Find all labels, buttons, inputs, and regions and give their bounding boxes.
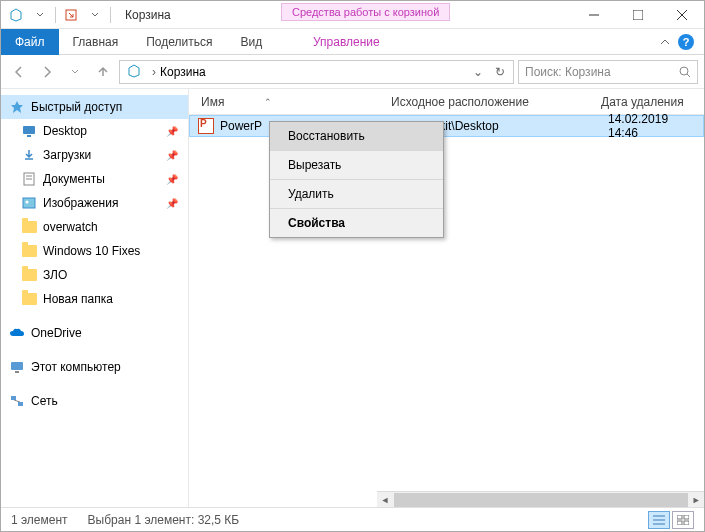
- star-icon: [9, 99, 25, 115]
- pin-icon: 📌: [166, 174, 178, 185]
- sidebar-item-documents[interactable]: Документы 📌: [1, 167, 188, 191]
- sidebar-item-label: Документы: [43, 172, 105, 186]
- separator: [110, 7, 111, 23]
- sidebar-item-desktop[interactable]: Desktop 📌: [1, 119, 188, 143]
- svg-rect-17: [18, 402, 23, 406]
- tab-home[interactable]: Главная: [59, 29, 133, 55]
- forward-button[interactable]: [35, 60, 59, 84]
- svg-rect-8: [27, 135, 31, 137]
- column-location[interactable]: Исходное расположение: [391, 95, 601, 109]
- column-name[interactable]: Имя ⌃: [201, 95, 391, 109]
- svg-rect-25: [684, 521, 689, 525]
- quick-access-toolbar: [1, 4, 117, 26]
- recycle-bin-icon: [126, 63, 144, 81]
- sidebar-item-label: Загрузки: [43, 148, 91, 162]
- menu-delete[interactable]: Удалить: [270, 180, 443, 209]
- recent-dropdown-icon[interactable]: [63, 60, 87, 84]
- sidebar-item-folder[interactable]: Windows 10 Fixes: [1, 239, 188, 263]
- sidebar-item-label: OneDrive: [31, 326, 82, 340]
- svg-line-18: [14, 400, 20, 402]
- sidebar-item-downloads[interactable]: Загрузки 📌: [1, 143, 188, 167]
- sidebar-this-pc[interactable]: Этот компьютер: [1, 355, 188, 379]
- sidebar-item-label: Windows 10 Fixes: [43, 244, 140, 258]
- pin-icon: 📌: [166, 126, 178, 137]
- address-bar[interactable]: › Корзина ⌄ ↻: [119, 60, 514, 84]
- pin-icon: 📌: [166, 198, 178, 209]
- sort-indicator-icon: ⌃: [264, 97, 272, 107]
- sidebar-item-label: Быстрый доступ: [31, 100, 122, 114]
- sidebar-item-folder[interactable]: overwatch: [1, 215, 188, 239]
- sidebar-item-folder[interactable]: Новая папка: [1, 287, 188, 311]
- window-controls: [572, 1, 704, 29]
- sidebar-onedrive[interactable]: OneDrive: [1, 321, 188, 345]
- minimize-button[interactable]: [572, 1, 616, 29]
- column-date[interactable]: Дата удаления: [601, 95, 704, 109]
- horizontal-scrollbar[interactable]: ◄ ►: [377, 491, 704, 507]
- status-item-count: 1 элемент: [11, 513, 68, 527]
- folder-icon: [21, 267, 37, 283]
- svg-rect-16: [11, 396, 16, 400]
- dropdown-icon[interactable]: ⌄: [467, 65, 489, 79]
- sidebar-item-label: Desktop: [43, 124, 87, 138]
- context-menu: Восстановить Вырезать Удалить Свойства: [269, 121, 444, 238]
- tab-share[interactable]: Поделиться: [132, 29, 226, 55]
- refresh-icon[interactable]: ↻: [489, 65, 511, 79]
- help-icon[interactable]: ?: [678, 34, 694, 50]
- maximize-button[interactable]: [616, 1, 660, 29]
- sidebar-item-label: Сеть: [31, 394, 58, 408]
- svg-rect-14: [11, 362, 23, 370]
- menu-properties[interactable]: Свойства: [270, 209, 443, 237]
- cloud-icon: [9, 325, 25, 341]
- address-bar-controls: ⌄ ↻: [467, 65, 511, 79]
- sidebar-item-label: Изображения: [43, 196, 118, 210]
- expand-ribbon-icon[interactable]: [660, 37, 670, 47]
- svg-rect-12: [23, 198, 35, 208]
- details-view-button[interactable]: [648, 511, 670, 529]
- menu-restore[interactable]: Восстановить: [270, 122, 443, 151]
- file-row[interactable]: PowerP Jsers\nikit\Desktop 14.02.2019 14…: [189, 115, 704, 137]
- svg-rect-24: [677, 521, 682, 525]
- tab-file[interactable]: Файл: [1, 29, 59, 55]
- thumbnails-view-button[interactable]: [672, 511, 694, 529]
- search-icon[interactable]: [679, 66, 691, 78]
- sidebar-item-pictures[interactable]: Изображения 📌: [1, 191, 188, 215]
- back-button[interactable]: [7, 60, 31, 84]
- scroll-left-icon[interactable]: ◄: [377, 492, 393, 508]
- up-button[interactable]: [91, 60, 115, 84]
- folder-icon: [21, 243, 37, 259]
- qat-dropdown-icon[interactable]: [29, 4, 51, 26]
- sidebar-quick-access[interactable]: Быстрый доступ: [1, 95, 188, 119]
- status-selection: Выбран 1 элемент: 32,5 КБ: [88, 513, 240, 527]
- menu-cut[interactable]: Вырезать: [270, 151, 443, 180]
- search-input[interactable]: Поиск: Корзина: [518, 60, 698, 84]
- qat-dropdown2-icon[interactable]: [84, 4, 106, 26]
- recycle-bin-icon[interactable]: [5, 4, 27, 26]
- svg-point-13: [26, 201, 29, 204]
- close-button[interactable]: [660, 1, 704, 29]
- tab-view[interactable]: Вид: [226, 29, 276, 55]
- network-icon: [9, 393, 25, 409]
- scroll-right-icon[interactable]: ►: [688, 492, 704, 508]
- svg-line-6: [687, 74, 690, 77]
- svg-rect-2: [633, 10, 643, 20]
- scroll-thumb[interactable]: [394, 493, 689, 507]
- title-bar: Корзина Средства работы с корзиной: [1, 1, 704, 29]
- sidebar-item-label: ЗЛО: [43, 268, 67, 282]
- computer-icon: [9, 359, 25, 375]
- navigation-bar: › Корзина ⌄ ↻ Поиск: Корзина: [1, 55, 704, 89]
- status-bar: 1 элемент Выбран 1 элемент: 32,5 КБ: [1, 507, 704, 531]
- chevron-right-icon[interactable]: ›: [148, 65, 160, 79]
- sidebar-item-label: Этот компьютер: [31, 360, 121, 374]
- properties-icon[interactable]: [60, 4, 82, 26]
- breadcrumb-location[interactable]: Корзина: [160, 65, 206, 79]
- contextual-tab-label: Средства работы с корзиной: [281, 3, 450, 21]
- tab-manage[interactable]: Управление: [299, 29, 394, 55]
- pin-icon: 📌: [166, 150, 178, 161]
- sidebar-item-folder[interactable]: ЗЛО: [1, 263, 188, 287]
- svg-rect-7: [23, 126, 35, 134]
- sidebar-network[interactable]: Сеть: [1, 389, 188, 413]
- sidebar-item-label: overwatch: [43, 220, 98, 234]
- powerpoint-icon: [198, 118, 214, 134]
- view-switcher: [648, 511, 694, 529]
- file-date: 14.02.2019 14:46: [608, 112, 703, 140]
